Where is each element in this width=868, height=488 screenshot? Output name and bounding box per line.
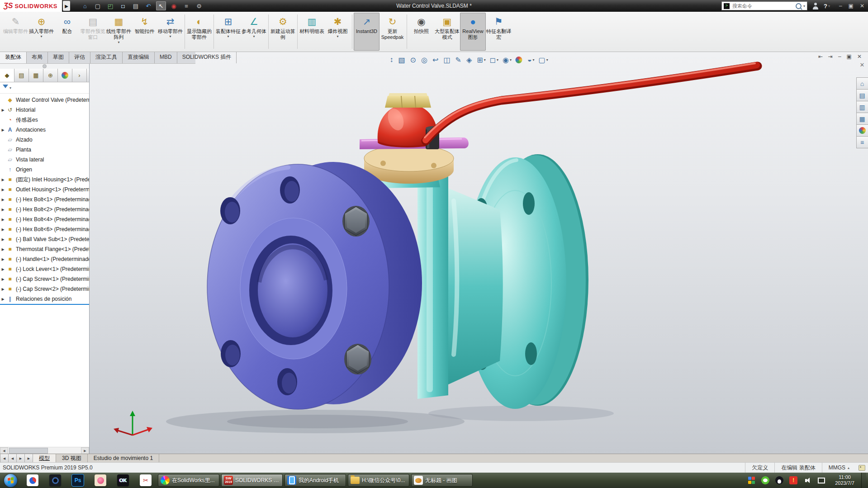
panel-expand-tab[interactable]: › [72,69,87,82]
window-minimize-icon[interactable]: – [839,3,842,9]
network-tray-icon[interactable] [817,476,825,484]
hide-show-items-button[interactable]: ◉▾ [501,54,513,66]
panel-collapse-grip[interactable] [0,63,89,69]
apply-scene-button[interactable]: ◒▾ [526,54,536,66]
select-cursor-icon[interactable]: ↖ [156,1,166,10]
tree-item-handle[interactable]: ▶■(-) Handle<1> (Predeterminado [0,254,89,264]
tab-mbd[interactable]: MBD [155,52,177,63]
scrollbar-thumb[interactable] [9,448,48,454]
tree-item-water-control-valve[interactable]: ◆Water Control Valve (Predeterminado [0,95,89,105]
search-icon[interactable] [796,3,802,9]
taskbar-netdisk-app[interactable] [21,473,44,488]
tree-item-hex-bolt-4[interactable]: ▶■(-) Hex Bolt<4> (Predeterminado [0,214,89,224]
qq-tray-icon[interactable] [775,476,783,484]
zoom-to-area-button[interactable]: ▧ [397,54,407,66]
next-tab-icon[interactable]: ▶ [17,454,25,463]
tag-icon[interactable] [859,465,865,471]
open-file-icon[interactable]: ◰ [105,1,115,10]
tree-item-relaciones-de-posicion[interactable]: ▶∥Relaciones de posición [0,294,89,305]
display-style-button[interactable]: ◻▾ [489,54,500,66]
taskbar-photos-app[interactable] [89,473,112,488]
ribbon-smart-fasteners-button[interactable]: ↯智能扣件 [132,13,157,51]
tree-item-inlet-housing[interactable]: ▶■(固定) Inlet Housing<1> (Predeterminado [0,175,89,185]
taskbar-photoshop-app[interactable]: Ps [66,473,89,488]
filter-dropdown-icon[interactable]: ▾ [9,86,11,90]
wechat-tray-icon[interactable] [761,476,769,484]
document-restore-icon[interactable]: ▣ [847,53,852,60]
new-file-icon[interactable]: ▢ [93,1,103,10]
ribbon-move-component-button[interactable]: ⇄移动零部件▾ [157,13,183,51]
dictionary-tray-icon[interactable]: ! [789,476,797,484]
ribbon-feature-translate-macro-button[interactable]: ⚑特征名翻译宏 [486,13,512,51]
taskbar-window-browser[interactable]: 在SolidWorks里... [158,474,219,487]
print-icon[interactable]: ▤ [131,1,141,10]
taskbar-media-app[interactable]: OK [112,473,134,488]
view-settings-button[interactable]: ▢▾ [537,54,550,66]
scroll-right-icon[interactable]: ▶ [81,447,89,454]
ribbon-edit-component-button[interactable]: ✎编辑零部件 [3,13,28,51]
tree-item-origen[interactable]: ↑Origen [0,165,89,175]
tab-evaluate[interactable]: 评估 [69,52,90,63]
taskbar-clock[interactable]: 11:00 2023/7/7 [835,474,854,486]
previous-document-icon[interactable]: ⇤ [818,53,823,60]
ribbon-insert-component-button[interactable]: ⊕插入零部件▾ [28,13,54,51]
home-icon[interactable]: ⌂ [80,1,90,10]
ribbon-update-speedpak-button[interactable]: ↻更新 Speedpak [379,13,405,51]
zoom-to-fit-button[interactable]: ↕ [388,54,395,66]
undo-icon[interactable]: ↶ [143,1,153,10]
window-restore-icon[interactable]: ▣ [849,3,854,9]
view-cube-button[interactable]: ◈ [465,54,474,66]
view-annotations-button[interactable]: ✎ [454,54,464,66]
tab-motion-study-1[interactable]: Estudio de movimiento 1 [88,454,159,463]
edit-appearance-button[interactable] [514,54,525,66]
tree-item-hex-bolt-6[interactable]: ▶■(-) Hex Bolt<6> (Predeterminado [0,224,89,234]
volume-tray-icon[interactable] [803,476,811,484]
file-explorer-tab[interactable]: ▥ [856,101,868,113]
graphics-viewport[interactable]: ↕ ▧ ⊙ ◎ ↩ ◫ ✎ ◈ ⊞▾ ◻▾ ◉▾ ◒▾ ▢▾ ⇤ ⇥ – ▣ ✕… [89,52,868,454]
search-input[interactable] [731,3,794,9]
next-document-icon[interactable]: ⇥ [828,53,833,60]
ribbon-exploded-view-button[interactable]: ✱爆炸视图▾ [325,13,351,51]
flags-tray-icon[interactable] [747,476,755,484]
taskbar-window-android-phone[interactable]: 我的Android手机 [285,474,346,487]
taskbar-window-paint[interactable]: 无标题 - 画图 [411,474,473,487]
ribbon-bill-of-materials-button[interactable]: ▥材料明细表 [299,13,325,51]
appearances-scenes-tab[interactable] [856,124,868,137]
tab-direct-editing[interactable]: 直接编辑 [123,52,155,63]
start-button[interactable] [4,474,17,487]
tree-item-outlet-housing[interactable]: ▶■Outlet Housing<1> (Predeterminado [0,185,89,194]
save-icon[interactable]: ◘ [118,1,128,10]
ribbon-reference-geometry-button[interactable]: ∠参考几何体▾ [241,13,267,51]
ribbon-take-snapshot-button[interactable]: ◉拍快照 [408,13,434,51]
taskbar-screenshot-app[interactable]: ✂ [134,473,157,488]
tab-3d-views[interactable]: 3D 视图 [56,454,88,463]
search-commands-box[interactable]: > ▾ [721,1,807,10]
tree-item-anotaciones[interactable]: ▶AAnotaciones [0,125,89,135]
tab-render-tools[interactable]: 渲染工具 [90,52,123,63]
tree-item-ball-valve-sub[interactable]: ▶■(-) Ball Valve Sub<1> (Predeterminado [0,234,89,244]
document-close-icon[interactable]: ✕ [857,53,862,60]
solidworks-resources-tab[interactable]: ⌂ [856,77,868,90]
scroll-left-icon[interactable]: ◀ [0,447,8,454]
view-palette-tab[interactable]: ▦ [856,113,868,125]
tree-item-hex-bolt-2[interactable]: ▶■(-) Hex Bolt<2> (Predeterminado [0,204,89,214]
ribbon-new-motion-study-button[interactable]: ⚙新建运动算例 [270,13,296,51]
options-gear-icon[interactable]: ⚙ [194,1,204,10]
filter-funnel-icon[interactable] [3,85,8,91]
ribbon-large-assembly-mode-button[interactable]: ▣大型装配体模式 [434,13,460,51]
tab-layout[interactable]: 布局 [27,52,48,63]
last-tab-icon[interactable]: ▶ [25,454,33,463]
show-desktop-button[interactable] [861,473,866,488]
tree-item-sensors[interactable]: ◔传感器es [0,115,89,125]
ribbon-realview-graphics-button[interactable]: ●RealView 图形 [460,13,486,51]
tab-model[interactable]: 模型 [33,454,56,463]
tab-solidworks-addins[interactable]: SOLIDWORKS 插件 [177,52,237,63]
tree-item-historial[interactable]: ▶↺Historial [0,105,89,115]
dimxpertmanager-tab[interactable]: ⊕ [43,69,58,82]
configurationmanager-tab[interactable]: ▦ [29,69,43,82]
view-orientation-button[interactable]: ⊞▾ [475,54,487,66]
status-units-selector[interactable]: MMGS▴ [822,463,856,473]
help-button[interactable]: ?▾ [824,3,830,9]
tree-item-planta[interactable]: ▱Planta [0,145,89,155]
search-dropdown-icon[interactable]: ▾ [803,4,805,8]
